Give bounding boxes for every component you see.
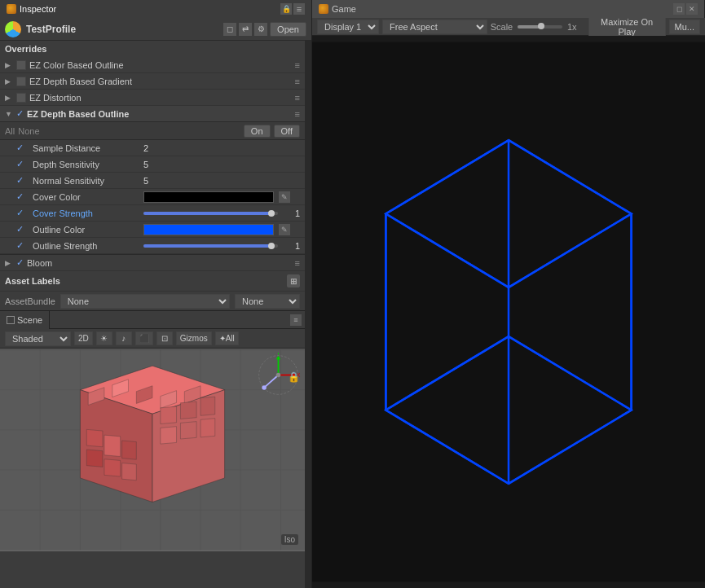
scene-lighting-btn[interactable]: ☀ [96, 331, 112, 345]
game-viewport [312, 36, 705, 588]
prop-label-sample: Sample Distance [33, 143, 139, 153]
scene-panel: Scene ≡ Shaded Wireframe 2D ☀ [0, 310, 305, 551]
scene-viewport: Y X Iso [0, 349, 305, 551]
expand-arrow-depth-gradient[interactable]: ▶ [5, 77, 13, 86]
tab-scene[interactable]: Scene [0, 311, 50, 329]
expand-arrow-bloom[interactable]: ▶ [5, 259, 13, 267]
comp-menu-color-outline[interactable]: ≡ [295, 60, 300, 70]
game-toolbar: Display 1 Free Aspect Scale 1x Maximize … [312, 18, 705, 36]
component-depth-outline-expanded: ▼ ✓ EZ Depth Based Outline ≡ All None On… [0, 106, 305, 255]
comp-check-bloom[interactable]: ✓ [16, 257, 24, 268]
tab-inspector[interactable]: Inspector 🔒 ≡ [0, 0, 312, 18]
component-row-color-outline[interactable]: ▶ EZ Color Based Outline ≡ [0, 57, 305, 73]
scene-lock-icon[interactable]: 🔒 [288, 371, 300, 383]
game-tab-btn1[interactable]: ◻ [673, 3, 685, 15]
scene-camera-btn[interactable]: ⊡ [156, 331, 173, 345]
svg-point-42 [276, 373, 281, 378]
prop-label-outline-strength: Outline Strength [33, 241, 139, 251]
comp-name-depth-gradient: EZ Depth Based Gradient [29, 77, 292, 86]
inspector-tab-lock-btn[interactable]: 🔒 [280, 3, 292, 15]
outline-strength-track[interactable] [143, 244, 278, 248]
header-icon-btn-1[interactable]: ◻ [223, 23, 236, 36]
expand-arrow-color-outline[interactable]: ▶ [5, 61, 13, 69]
prop-cover-strength: ✓ Cover Strength 1 [0, 205, 305, 222]
scale-slider[interactable] [518, 25, 562, 29]
mute-btn[interactable]: Mu... [669, 20, 700, 34]
svg-rect-26 [122, 463, 137, 480]
game-tab-btn2[interactable]: ✕ [686, 3, 698, 15]
prop-value-depth: 5 [143, 160, 300, 169]
svg-point-41 [262, 385, 267, 390]
prop-check-cover-strength[interactable]: ✓ [16, 208, 28, 218]
game-cube-svg [312, 36, 705, 588]
asset-labels-icon[interactable]: ⊞ [287, 274, 300, 287]
on-button[interactable]: On [244, 125, 271, 138]
scene-gizmos-btn[interactable]: Gizmos [176, 331, 212, 345]
prop-check-sample[interactable]: ✓ [16, 143, 28, 153]
profile-name: TestProfile [26, 24, 76, 35]
prop-label-cover-strength: Cover Strength [33, 208, 139, 218]
comp-check-depth-outline[interactable]: ✓ [16, 108, 24, 119]
expand-arrow-depth-outline-down[interactable]: ▼ [5, 110, 13, 118]
component-title-row[interactable]: ▼ ✓ EZ Depth Based Outline ≡ [0, 106, 305, 122]
scene-tab-bar: Scene ≡ [0, 311, 305, 329]
cover-strength-track[interactable] [143, 212, 278, 215]
profile-icon [5, 21, 21, 37]
component-row-distortion[interactable]: ▶ EZ Distortion ≡ [0, 90, 305, 106]
asset-bundle-select-1[interactable]: None [60, 294, 230, 309]
onoff-row: All None On Off [0, 122, 305, 140]
open-button[interactable]: Open [270, 22, 306, 37]
asset-labels-label: Asset Labels [5, 276, 60, 286]
scene-tab-menu-btn[interactable]: ≡ [290, 314, 302, 326]
inspector-tab-menu-btn[interactable]: ≡ [293, 3, 305, 15]
scene-shading-select[interactable]: Shaded Wireframe [5, 331, 71, 346]
scene-fx-btn[interactable]: ⬛ [135, 331, 153, 345]
scene-audio-btn[interactable]: ♪ [116, 331, 132, 345]
tab-game[interactable]: Game ◻ ✕ [312, 0, 705, 18]
comp-menu-distortion[interactable]: ≡ [295, 93, 300, 103]
prop-check-outline-strength[interactable]: ✓ [16, 240, 28, 251]
bloom-row[interactable]: ▶ ✓ Bloom ≡ [0, 255, 305, 271]
overrides-header: Overrides [0, 41, 305, 57]
prop-outline-strength: ✓ Outline Strength 1 [0, 238, 305, 254]
prop-check-normal[interactable]: ✓ [16, 175, 28, 186]
comp-menu-depth-outline[interactable]: ≡ [295, 109, 300, 119]
scene-2d-btn[interactable]: 2D [74, 331, 93, 345]
header-icon-btn-2[interactable]: ⇄ [239, 23, 252, 36]
bloom-menu-btn[interactable]: ≡ [295, 258, 300, 268]
scene-all-btn[interactable]: ✦All [215, 331, 239, 345]
bloom-label: Bloom [27, 258, 292, 268]
off-button[interactable]: Off [274, 125, 300, 138]
prop-depth-sensitivity: ✓ Depth Sensitivity 5 [0, 156, 305, 173]
comp-menu-depth-gradient[interactable]: ≡ [295, 77, 300, 86]
comp-checkbox-distortion[interactable] [16, 93, 26, 103]
cover-color-eyedropper[interactable]: ✎ [279, 191, 290, 203]
prop-label-depth: Depth Sensitivity [33, 160, 139, 169]
svg-rect-29 [161, 427, 177, 444]
comp-checkbox-color-outline[interactable] [16, 60, 26, 70]
comp-checkbox-depth-gradient[interactable] [16, 77, 26, 86]
prop-check-depth[interactable]: ✓ [16, 159, 28, 169]
prop-check-outline-color[interactable]: ✓ [16, 224, 28, 235]
cover-color-swatch[interactable] [143, 191, 274, 203]
display-select[interactable]: Display 1 [317, 20, 379, 34]
aspect-select[interactable]: Free Aspect [382, 20, 487, 34]
prop-label-cover-color: Cover Color [33, 192, 139, 202]
expand-arrow-distortion[interactable]: ▶ [5, 94, 13, 102]
game-tab-icon [319, 4, 328, 14]
svg-rect-28 [180, 402, 196, 419]
component-row-depth-gradient[interactable]: ▶ EZ Depth Based Gradient ≡ [0, 73, 305, 90]
scene-toolbar: Shaded Wireframe 2D ☀ ♪ ⬛ ⊡ Gizmos ✦All [0, 329, 305, 349]
header-settings-btn[interactable]: ⚙ [254, 23, 267, 36]
svg-line-40 [265, 375, 279, 388]
asset-bundle-label: AssetBundle [5, 296, 55, 306]
prop-cover-color: ✓ Cover Color ✎ [0, 189, 305, 205]
outline-color-swatch[interactable] [143, 224, 274, 235]
inspector-tab-icon [7, 4, 16, 14]
scene-tab-label: Scene [17, 315, 42, 325]
inspector-scrollbar[interactable] [305, 41, 311, 588]
prop-check-cover-color[interactable]: ✓ [16, 191, 28, 202]
asset-bundle-select-2[interactable]: None [235, 294, 300, 309]
outline-color-eyedropper[interactable]: ✎ [279, 224, 290, 235]
scale-label: Scale [491, 22, 513, 32]
